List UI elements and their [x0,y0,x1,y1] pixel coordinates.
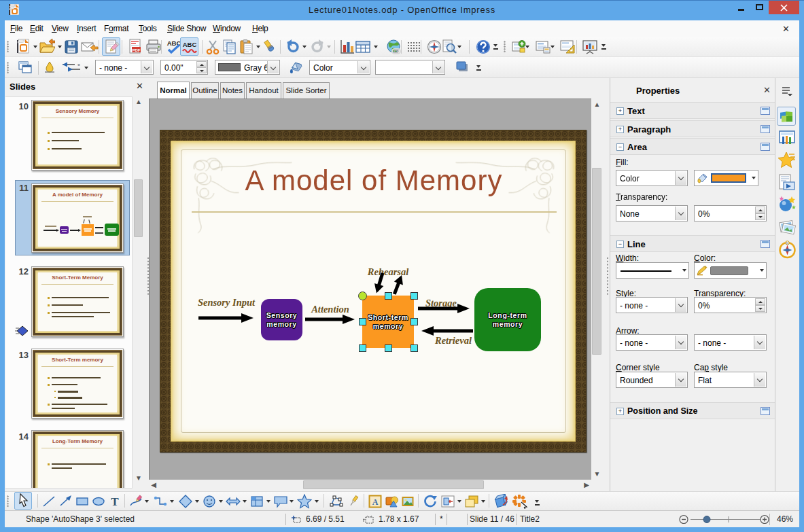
svg-text:A: A [372,497,379,507]
svg-text:N: N [786,242,788,245]
svg-text:T: T [111,495,119,508]
svg-text:«: « [77,63,80,67]
svg-text:PDF: PDF [133,48,141,52]
svg-text:ABC: ABC [183,41,197,48]
